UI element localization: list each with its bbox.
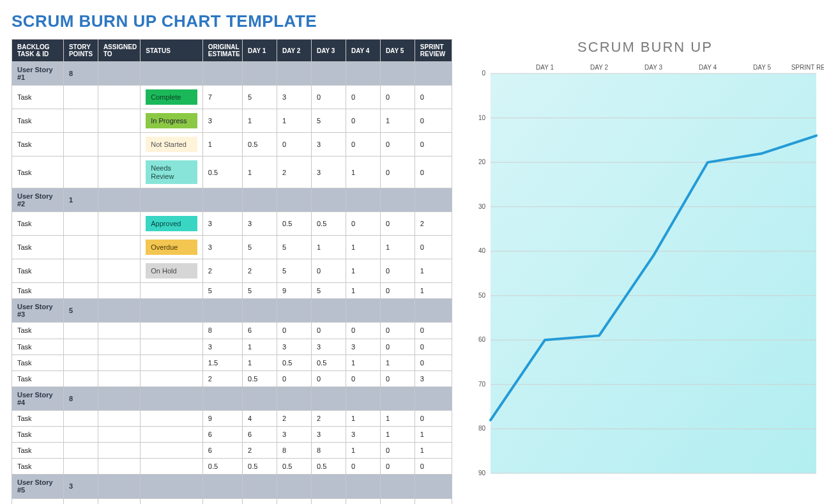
status-cell[interactable] <box>141 443 203 459</box>
table-cell <box>98 355 140 370</box>
table-cell <box>63 259 98 283</box>
status-cell[interactable] <box>141 355 203 370</box>
table-row: Task5595101 <box>12 283 452 299</box>
table-cell: 3 <box>311 427 346 443</box>
table-cell <box>277 62 312 86</box>
table-cell: 1 <box>415 427 452 443</box>
table-cell: 3 <box>311 133 346 157</box>
table-cell: 0.5 <box>311 355 346 370</box>
table-cell: 0 <box>346 133 380 157</box>
table-row: TaskComplete7530000 <box>12 86 452 109</box>
table-cell <box>415 386 452 410</box>
table-cell: 1 <box>311 235 346 259</box>
table-cell: 0 <box>277 133 312 157</box>
status-cell[interactable] <box>141 370 203 386</box>
table-cell: 5 <box>311 283 346 299</box>
status-cell[interactable] <box>141 339 203 355</box>
table-cell: 0 <box>380 259 415 283</box>
table-cell: 1 <box>202 133 242 157</box>
table-cell <box>63 157 98 188</box>
table-cell: 0 <box>415 459 452 475</box>
table-cell <box>98 459 140 475</box>
table-cell: 3 <box>202 235 242 259</box>
table-cell: 0 <box>346 323 380 339</box>
table-cell <box>311 62 346 86</box>
table-cell: 1 <box>346 410 380 426</box>
table-row: Task9422110 <box>12 410 452 426</box>
table-cell: 0 <box>415 410 452 426</box>
table-cell: 5 <box>243 86 277 109</box>
table-cell <box>98 211 140 235</box>
table-cell: 0 <box>415 339 452 355</box>
status-badge: Needs Review <box>146 160 197 183</box>
status-cell[interactable] <box>141 427 203 443</box>
table-cell: 0.5 <box>202 459 242 475</box>
table-row: TaskIn Progress3115010 <box>12 109 452 133</box>
task-name-cell: Task <box>12 355 64 370</box>
table-cell <box>277 386 312 410</box>
table-cell <box>63 109 98 133</box>
table-cell: 9 <box>277 283 312 299</box>
table-cell: 0 <box>415 157 452 188</box>
table-cell <box>346 299 380 323</box>
table-cell: 0 <box>415 323 452 339</box>
col-header: DAY 5 <box>380 40 415 62</box>
status-cell[interactable] <box>141 459 203 475</box>
status-cell[interactable]: Needs Review <box>141 157 203 188</box>
status-cell[interactable] <box>141 283 203 299</box>
table-cell: 3 <box>277 339 312 355</box>
table-cell: 6 <box>202 427 242 443</box>
table-cell: 1 <box>346 283 380 299</box>
status-cell[interactable] <box>141 410 203 426</box>
table-cell <box>202 386 242 410</box>
table-cell: 3 <box>346 339 380 355</box>
table-cell: 0 <box>380 86 415 109</box>
table-cell: 0.5 <box>243 370 277 386</box>
table-cell <box>415 62 452 86</box>
table-cell: 0 <box>346 211 380 235</box>
table-cell: 5 <box>243 283 277 299</box>
table-cell <box>63 86 98 109</box>
table-cell: 0 <box>311 370 346 386</box>
table-cell: 6 <box>243 323 277 339</box>
table-cell <box>141 299 203 323</box>
status-cell[interactable]: Complete <box>141 86 203 109</box>
table-header-row: BACKLOG TASK & IDSTORY POINTSASSIGNED TO… <box>12 40 452 62</box>
status-cell[interactable]: On Hold <box>141 259 203 283</box>
chart-title: SCRUM BURN UP <box>466 39 824 56</box>
status-cell[interactable] <box>141 498 203 504</box>
col-header: DAY 1 <box>243 40 277 62</box>
col-header: DAY 2 <box>277 40 312 62</box>
table-panel: BACKLOG TASK & IDSTORY POINTSASSIGNED TO… <box>11 39 452 504</box>
table-cell <box>380 386 415 410</box>
status-cell[interactable]: In Progress <box>141 109 203 133</box>
table-row: Task8600000 <box>12 323 452 339</box>
table-cell: 2 <box>202 259 242 283</box>
table-row: Task6633311 <box>12 427 452 443</box>
table-cell <box>98 386 140 410</box>
table-cell: 1 <box>415 259 452 283</box>
table-cell <box>243 475 277 498</box>
table-cell <box>98 370 140 386</box>
table-cell <box>202 188 242 211</box>
task-name-cell: Task <box>12 259 64 283</box>
status-cell[interactable]: Not Started <box>141 133 203 157</box>
table-cell: 0.5 <box>311 211 346 235</box>
table-cell: 1 <box>380 410 415 426</box>
table-cell: 2 <box>202 370 242 386</box>
status-cell[interactable]: Approved <box>141 211 203 235</box>
table-cell <box>141 475 203 498</box>
table-cell: User Story #1 <box>12 62 64 86</box>
table-cell: 0 <box>415 109 452 133</box>
table-cell <box>346 386 380 410</box>
task-name-cell: Task <box>12 235 64 259</box>
status-cell[interactable] <box>141 323 203 339</box>
table-cell: 5 <box>277 259 312 283</box>
table-cell <box>141 386 203 410</box>
status-cell[interactable]: Overdue <box>141 235 203 259</box>
table-cell: 2 <box>243 443 277 459</box>
task-name-cell: Task <box>12 323 64 339</box>
table-cell: 0 <box>311 86 346 109</box>
y-tick-label: 20 <box>478 158 486 165</box>
table-cell: 7 <box>202 86 242 109</box>
